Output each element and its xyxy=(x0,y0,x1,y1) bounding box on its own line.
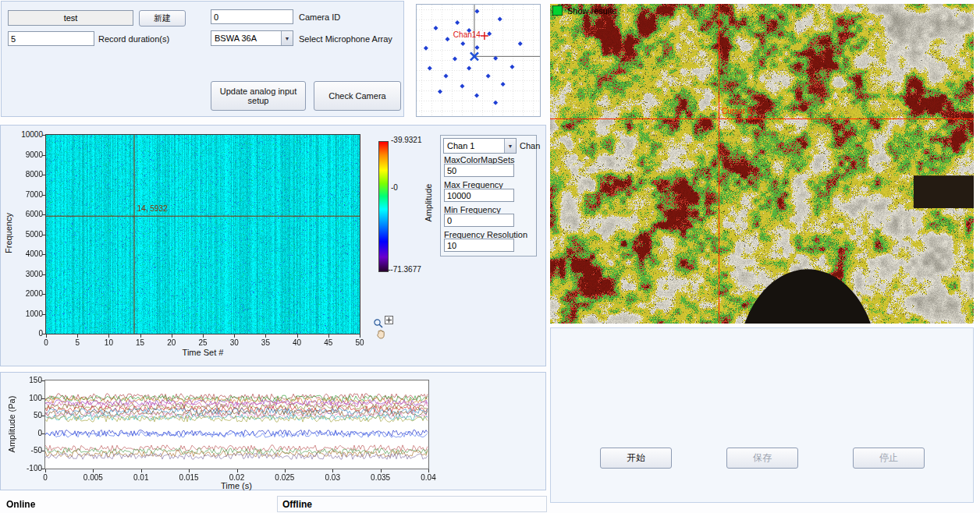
y-tick-label: 150 xyxy=(8,376,42,384)
y-tick-label: -50 xyxy=(8,446,42,455)
x-tick-mark xyxy=(381,469,382,472)
x-tick-label: 0.01 xyxy=(124,473,158,482)
online-status-label: Online xyxy=(6,499,35,510)
mic-point xyxy=(438,90,442,94)
waveform-panel: Amplitude (Pa) Time (s) 150100500-50-100… xyxy=(0,372,546,490)
chevron-down-icon[interactable]: ▼ xyxy=(504,139,516,153)
record-duration-label: Record duration(s) xyxy=(98,34,169,44)
y-tick-mark xyxy=(42,175,45,175)
x-tick-label: 50 xyxy=(343,338,377,347)
mic-point xyxy=(460,83,464,88)
spectrogram-plot[interactable] xyxy=(45,134,360,334)
mic-point xyxy=(424,46,428,51)
x-tick-mark xyxy=(77,334,78,338)
colorbar-min-label: --71.3677 xyxy=(388,265,421,274)
mic-point xyxy=(518,41,523,46)
y-tick-label: 0 xyxy=(8,429,42,437)
x-tick-label: 45 xyxy=(311,338,346,347)
y-tick-mark xyxy=(42,155,45,156)
y-tick-label: 50 xyxy=(8,411,42,419)
min-frequency-input[interactable] xyxy=(444,214,514,227)
stop-button[interactable]: 停止 xyxy=(853,448,925,469)
y-tick-mark xyxy=(42,195,45,196)
x-tick-mark xyxy=(203,334,204,338)
y-tick-label: 0 xyxy=(9,329,43,338)
x-tick-label: 0.03 xyxy=(315,473,350,482)
record-duration-input[interactable] xyxy=(8,31,94,46)
y-tick-label: -100 xyxy=(8,464,42,472)
colorbar-max-label: -39.9321 xyxy=(391,136,421,144)
mic-point xyxy=(433,26,438,30)
zoom-select-icon[interactable] xyxy=(385,316,393,324)
mic-point xyxy=(467,66,471,71)
y-tick-label: 7000 xyxy=(9,190,43,199)
start-button[interactable]: 开始 xyxy=(600,448,672,469)
chan-cursor-label: Chan14 xyxy=(453,30,481,39)
x-tick-mark xyxy=(360,334,360,338)
show-results-indicator[interactable] xyxy=(552,5,563,16)
colorbar-mid-label: -0 xyxy=(391,183,398,192)
check-camera-button[interactable]: Check Camera xyxy=(314,81,401,111)
x-tick-mark xyxy=(172,334,172,338)
config-panel: 新建 Camera ID Record duration(s) BSWA 36A… xyxy=(1,1,404,117)
new-button[interactable]: 新建 xyxy=(139,10,186,27)
x-tick-label: 10 xyxy=(91,338,126,347)
x-tick-mark xyxy=(108,334,109,338)
y-tick-label: 5000 xyxy=(9,230,43,239)
x-tick-mark xyxy=(46,334,47,338)
profile-name-input[interactable] xyxy=(8,10,133,26)
y-tick-mark xyxy=(41,398,44,399)
mic-point xyxy=(498,17,502,22)
mic-point xyxy=(501,82,506,87)
waveform-plot xyxy=(44,380,429,469)
x-tick-mark xyxy=(285,469,286,472)
y-tick-mark xyxy=(42,254,45,255)
y-tick-mark xyxy=(42,135,45,136)
mic-point xyxy=(474,93,479,97)
mic-point xyxy=(428,66,432,71)
spectrogram-controls-group: Chan 1 ▼ Chan MaxColorMapSets Max Freque… xyxy=(440,135,537,256)
camera-id-input[interactable] xyxy=(211,9,293,24)
y-tick-label: 3000 xyxy=(9,270,43,278)
x-tick-label: 0.04 xyxy=(411,473,446,482)
x-tick-label: 0.02 xyxy=(220,473,254,482)
x-tick-label: 0.025 xyxy=(268,473,302,482)
mic-point xyxy=(487,31,492,36)
x-tick-label: 25 xyxy=(186,338,220,347)
mic-point xyxy=(446,37,450,41)
zoom-icon[interactable] xyxy=(373,318,384,329)
y-tick-label: 6000 xyxy=(9,210,43,218)
channel-dropdown[interactable]: Chan 1 ▼ xyxy=(443,138,517,154)
max-frequency-input[interactable] xyxy=(444,189,514,202)
x-tick-mark xyxy=(265,334,266,338)
y-tick-label: 9000 xyxy=(9,150,43,159)
camera-cursor-vline[interactable] xyxy=(719,4,719,324)
x-tick-label: 0 xyxy=(29,338,63,347)
pan-hand-icon[interactable] xyxy=(376,329,386,339)
mic-array-dropdown[interactable]: BSWA 36A ▼ xyxy=(211,30,293,46)
camera-cursor-hline[interactable] xyxy=(550,119,974,119)
y-tick-mark xyxy=(41,451,44,451)
acoustic-map-canvas[interactable] xyxy=(550,4,974,324)
x-tick-mark xyxy=(93,469,94,472)
update-analog-input-button[interactable]: Update analog input setup xyxy=(211,81,306,111)
y-tick-label: 1000 xyxy=(9,310,43,318)
app-window: 新建 Camera ID Record duration(s) BSWA 36A… xyxy=(0,0,980,513)
save-button[interactable]: 保存 xyxy=(726,448,798,469)
mic-point xyxy=(486,74,491,79)
mic-array-plot: Chan14 xyxy=(417,5,540,116)
x-tick-label: 30 xyxy=(217,338,251,347)
chevron-down-icon[interactable]: ▼ xyxy=(281,31,293,45)
camera-view[interactable]: Cursor 0 Show results xyxy=(550,4,974,324)
spectrogram-cursor-label: 14, 5932 xyxy=(137,204,168,213)
offline-status-label: Offline xyxy=(282,499,312,510)
y-tick-mark xyxy=(41,433,44,434)
mic-array-label: Select Microphone Array xyxy=(299,34,392,44)
x-tick-label: 15 xyxy=(123,338,158,347)
x-tick-label: 5 xyxy=(60,338,94,347)
x-tick-mark xyxy=(45,469,46,472)
colorbar-axis-label: Amplitude xyxy=(424,172,433,234)
max-colormap-input[interactable] xyxy=(444,164,514,177)
frequency-resolution-input[interactable] xyxy=(444,239,514,252)
y-tick-mark xyxy=(42,274,45,275)
